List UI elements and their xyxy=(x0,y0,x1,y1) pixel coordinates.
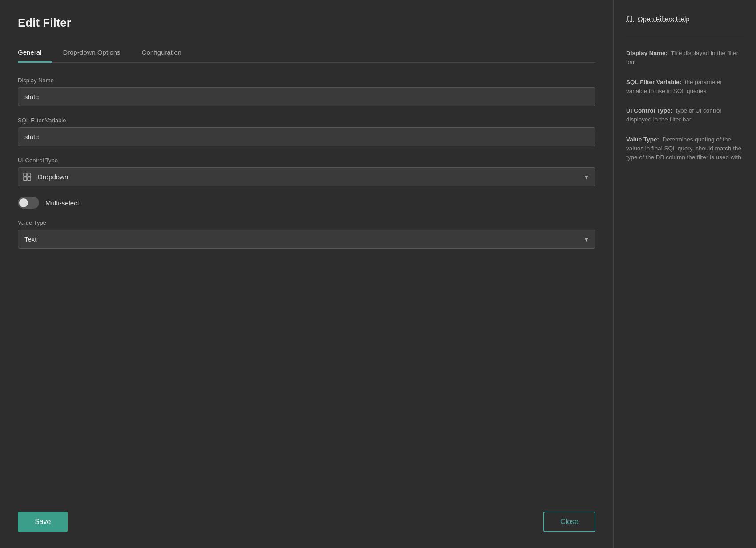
value-type-select[interactable]: Text Number Date xyxy=(18,230,595,249)
multi-select-row: Multi-select xyxy=(18,197,595,209)
help-display-name-title: Display Name: xyxy=(626,50,671,56)
value-type-wrapper: Text Number Date ▼ xyxy=(18,230,595,249)
close-button[interactable]: Close xyxy=(543,512,595,532)
ui-control-type-group: UI Control Type Dropdown Text Input Date… xyxy=(18,157,595,186)
display-name-label: Display Name xyxy=(18,77,595,84)
display-name-group: Display Name xyxy=(18,77,595,106)
open-filters-help-link[interactable]: 🗒 Open Filters Help xyxy=(626,14,744,24)
tab-bar: General Drop-down Options Configuration xyxy=(18,44,595,63)
save-button[interactable]: Save xyxy=(18,512,68,532)
help-item-sql-filter: SQL Filter Variable: the parameter varia… xyxy=(626,78,744,96)
ui-control-type-select[interactable]: Dropdown Text Input Date Picker xyxy=(18,167,595,186)
help-panel: 🗒 Open Filters Help Display Name: Title … xyxy=(614,0,756,548)
help-divider xyxy=(626,38,744,38)
help-link-label: Open Filters Help xyxy=(638,15,690,23)
help-sql-filter-title: SQL Filter Variable: xyxy=(626,79,685,85)
help-value-type-title: Value Type: xyxy=(626,136,663,143)
tab-general[interactable]: General xyxy=(18,44,52,63)
help-item-display-name: Display Name: Title displayed in the fil… xyxy=(626,49,744,67)
tab-dropdown-options[interactable]: Drop-down Options xyxy=(63,44,131,63)
help-book-icon: 🗒 xyxy=(626,14,634,24)
sql-filter-variable-input[interactable] xyxy=(18,127,595,146)
display-name-input[interactable] xyxy=(18,87,595,106)
help-item-ui-control: UI Control Type: type of UI control disp… xyxy=(626,106,744,125)
main-panel: Edit Filter General Drop-down Options Co… xyxy=(0,0,614,548)
tab-configuration[interactable]: Configuration xyxy=(142,44,192,63)
form-section: Display Name SQL Filter Variable UI Cont… xyxy=(18,77,595,501)
sql-filter-variable-label: SQL Filter Variable xyxy=(18,117,595,124)
ui-control-type-wrapper: Dropdown Text Input Date Picker ▼ xyxy=(18,167,595,186)
toggle-slider xyxy=(18,197,39,209)
multi-select-label: Multi-select xyxy=(45,199,79,207)
ui-control-type-label: UI Control Type xyxy=(18,157,595,164)
value-type-label: Value Type xyxy=(18,219,595,226)
value-type-group: Value Type Text Number Date ▼ xyxy=(18,219,595,249)
page-title: Edit Filter xyxy=(18,16,595,30)
help-ui-control-title: UI Control Type: xyxy=(626,107,676,114)
multi-select-toggle[interactable] xyxy=(18,197,39,209)
sql-filter-variable-group: SQL Filter Variable xyxy=(18,117,595,146)
footer: Save Close xyxy=(18,501,595,532)
help-item-value-type: Value Type: Determines quoting of the va… xyxy=(626,135,744,162)
